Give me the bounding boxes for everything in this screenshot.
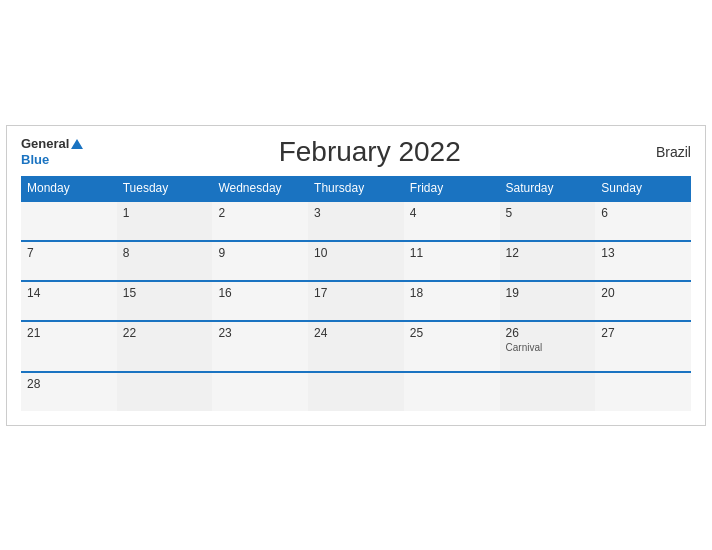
- header-sunday: Sunday: [595, 176, 691, 201]
- calendar-container: General Blue February 2022 Brazil Monday…: [6, 125, 706, 426]
- day-number: 6: [601, 206, 685, 220]
- weekday-headers: Monday Tuesday Wednesday Thursday Friday…: [21, 176, 691, 201]
- calendar-cell: [500, 372, 596, 411]
- day-number: 22: [123, 326, 207, 340]
- calendar-cell: 7: [21, 241, 117, 281]
- header-tuesday: Tuesday: [117, 176, 213, 201]
- calendar-cell: 6: [595, 201, 691, 241]
- header-thursday: Thursday: [308, 176, 404, 201]
- calendar-cell: 14: [21, 281, 117, 321]
- day-number: 21: [27, 326, 111, 340]
- calendar-cell: 23: [212, 321, 308, 372]
- day-number: 16: [218, 286, 302, 300]
- calendar-cell: 8: [117, 241, 213, 281]
- day-number: 27: [601, 326, 685, 340]
- calendar-cell: 15: [117, 281, 213, 321]
- calendar-cell: 19: [500, 281, 596, 321]
- week-row-4: 212223242526Carnival27: [21, 321, 691, 372]
- calendar-cell: 13: [595, 241, 691, 281]
- logo-triangle-icon: [71, 139, 83, 149]
- calendar-cell: 4: [404, 201, 500, 241]
- calendar-cell: 21: [21, 321, 117, 372]
- calendar-cell: 9: [212, 241, 308, 281]
- calendar-cell: 12: [500, 241, 596, 281]
- calendar-header-row: Monday Tuesday Wednesday Thursday Friday…: [21, 176, 691, 201]
- event-label: Carnival: [506, 342, 590, 353]
- week-row-3: 14151617181920: [21, 281, 691, 321]
- calendar-cell: [308, 372, 404, 411]
- week-row-2: 78910111213: [21, 241, 691, 281]
- day-number: 4: [410, 206, 494, 220]
- day-number: 19: [506, 286, 590, 300]
- day-number: 24: [314, 326, 398, 340]
- header-monday: Monday: [21, 176, 117, 201]
- day-number: 17: [314, 286, 398, 300]
- calendar-cell: [595, 372, 691, 411]
- day-number: 20: [601, 286, 685, 300]
- day-number: 14: [27, 286, 111, 300]
- calendar-body: 1234567891011121314151617181920212223242…: [21, 201, 691, 411]
- calendar-cell: 28: [21, 372, 117, 411]
- day-number: 5: [506, 206, 590, 220]
- header-saturday: Saturday: [500, 176, 596, 201]
- header-friday: Friday: [404, 176, 500, 201]
- calendar-cell: 11: [404, 241, 500, 281]
- logo-general-text: General: [21, 136, 83, 152]
- day-number: 12: [506, 246, 590, 260]
- calendar-cell: 25: [404, 321, 500, 372]
- calendar-title: February 2022: [279, 136, 461, 168]
- calendar-cell: 1: [117, 201, 213, 241]
- day-number: 18: [410, 286, 494, 300]
- day-number: 8: [123, 246, 207, 260]
- calendar-cell: 20: [595, 281, 691, 321]
- header-wednesday: Wednesday: [212, 176, 308, 201]
- calendar-cell: [212, 372, 308, 411]
- day-number: 11: [410, 246, 494, 260]
- calendar-cell: 24: [308, 321, 404, 372]
- day-number: 2: [218, 206, 302, 220]
- day-number: 28: [27, 377, 111, 391]
- calendar-cell: [117, 372, 213, 411]
- calendar-cell: 16: [212, 281, 308, 321]
- calendar-cell: 17: [308, 281, 404, 321]
- calendar-cell: [404, 372, 500, 411]
- country-label: Brazil: [656, 144, 691, 160]
- day-number: 10: [314, 246, 398, 260]
- day-number: 13: [601, 246, 685, 260]
- day-number: 26: [506, 326, 590, 340]
- day-number: 7: [27, 246, 111, 260]
- day-number: 15: [123, 286, 207, 300]
- day-number: 23: [218, 326, 302, 340]
- day-number: 25: [410, 326, 494, 340]
- calendar-cell: 22: [117, 321, 213, 372]
- calendar-cell: [21, 201, 117, 241]
- calendar-table: Monday Tuesday Wednesday Thursday Friday…: [21, 176, 691, 411]
- calendar-cell: 18: [404, 281, 500, 321]
- calendar-cell: 10: [308, 241, 404, 281]
- calendar-cell: 26Carnival: [500, 321, 596, 372]
- calendar-header: General Blue February 2022 Brazil: [21, 136, 691, 168]
- day-number: 9: [218, 246, 302, 260]
- calendar-cell: 27: [595, 321, 691, 372]
- calendar-cell: 5: [500, 201, 596, 241]
- week-row-5: 28: [21, 372, 691, 411]
- day-number: 3: [314, 206, 398, 220]
- week-row-1: 123456: [21, 201, 691, 241]
- logo: General Blue: [21, 136, 83, 167]
- calendar-cell: 2: [212, 201, 308, 241]
- logo-blue-text: Blue: [21, 152, 83, 168]
- calendar-cell: 3: [308, 201, 404, 241]
- day-number: 1: [123, 206, 207, 220]
